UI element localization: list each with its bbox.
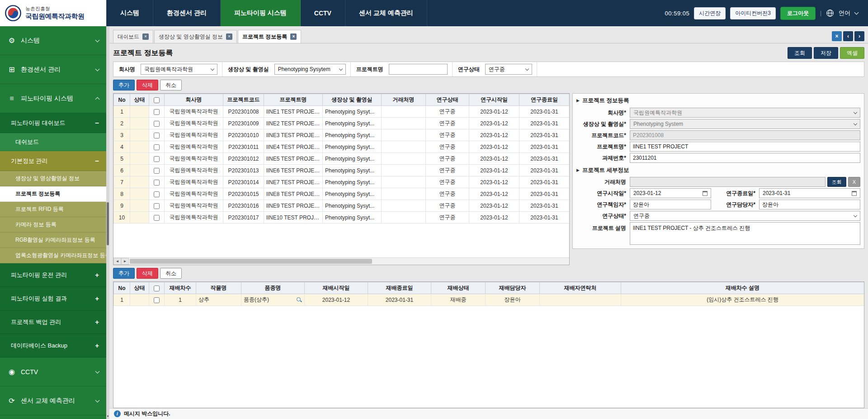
row-checkbox-cell[interactable] [149,153,165,165]
sidebar-item-rgb-camera-coord[interactable]: RGB촬영실 카메라좌표정보 등록 [0,233,106,248]
tab-close-icon[interactable]: × [226,33,232,40]
sidebar-group-basic-info[interactable]: 기본정보 관리 − [0,151,106,171]
sidebar-item-dashboard[interactable]: 대쉬보드 [0,133,106,151]
project-table-row[interactable]: 2국립원예특작과학원P202301009lINE2 TEST PROJECTPh… [114,118,570,129]
logout-button[interactable]: 로그아웃 [780,7,816,20]
menu-cctv[interactable]: CCTV [301,0,345,26]
client-clear-button[interactable]: X [848,177,860,187]
delete-project-button[interactable]: 삭제 [137,80,158,90]
row-checkbox-cell[interactable] [149,106,165,118]
sidebar-scrollbar[interactable]: ▾ [106,26,109,419]
row-checkbox-cell[interactable] [149,294,165,306]
start-date-input[interactable]: 2023-01-12 [630,188,711,198]
sidebar-item-project-registration[interactable]: 프로젝트 정보등록 [0,186,106,202]
task-number-input[interactable]: 23011201 [630,153,860,163]
calendar-icon[interactable] [852,191,857,196]
tab-close-icon[interactable]: × [142,33,149,40]
scroll-left-button[interactable]: ◄ [113,258,121,265]
menu-phenotyping-system[interactable]: 피노타이핑 시스템 [221,0,301,26]
row-checkbox-cell[interactable] [149,118,165,129]
form-company-select[interactable]: 국립원예특작과학원 [630,108,860,118]
project-table-row[interactable]: 9국립원예특작과학원P202301016lINE9 TEST PROJECTPh… [114,200,570,212]
select-all-checkbox[interactable] [154,97,160,103]
sidebar-item-phenotyping-system[interactable]: ≡ 피노타이핑 시스템 [0,84,106,113]
globe-icon[interactable] [826,9,834,17]
project-table-row[interactable]: 7국립원예특작과학원P202301014lINE7 TEST PROJECTPh… [114,176,570,188]
sidebar-item-chlorophyll-camera-coord[interactable]: 엽록소형광촬영실 카메라좌표정보 등록 [0,248,106,263]
sidebar-item-sensor-replacement[interactable]: ⟳ 센서 교체 예측관리 [0,386,106,415]
sidebar-item-camera-info[interactable]: 카메라 정보 등록 [0,217,106,233]
row-checkbox[interactable] [154,156,160,162]
search-button[interactable]: 조회 [788,47,812,59]
culture-table-row[interactable]: 1 1 상추 품종(상추) [114,294,864,306]
row-checkbox-cell[interactable] [149,129,165,141]
row-checkbox-cell[interactable] [149,212,165,224]
tab-close-icon[interactable]: × [290,33,297,40]
prev-tab-button[interactable]: ‹ [843,31,853,41]
add-culture-button[interactable]: 추가 [113,268,135,279]
sidebar-item-system[interactable]: ⚙ 시스템 [0,26,106,55]
row-checkbox-cell[interactable] [149,188,165,200]
project-table-row[interactable]: 4국립원예특작과학원P202301011lINE4 TEST PROJECTPh… [114,141,570,153]
tab-chamber-info[interactable]: 생장상 및 영상촬영실 정보 × [154,30,237,43]
row-checkbox[interactable] [154,133,160,138]
manager-input[interactable]: 장윤아 [759,200,860,210]
next-tab-button[interactable]: › [854,31,864,41]
add-project-button[interactable]: 추가 [113,80,135,90]
cancel-culture-button[interactable]: 취소 [160,268,182,279]
form-chamber-select[interactable]: Phenotyping System [630,119,860,129]
sidebar-item-cctv[interactable]: ◉ CCTV [0,357,106,386]
row-checkbox-cell[interactable] [149,141,165,153]
row-checkbox[interactable] [154,203,160,209]
form-project-name-input[interactable]: lINE1 TEST PROJECT [630,142,860,152]
sidebar-group-experiment-results[interactable]: 피노타이핑 실험 결과 + [0,287,106,310]
project-table-row[interactable]: 5국립원예특작과학원P202301012lINE5 TEST PROJECTPh… [114,153,570,165]
scrollbar-thumb[interactable] [130,259,372,264]
status-filter-select[interactable]: 연구중 [485,64,532,75]
select-all-checkbox[interactable] [154,286,160,291]
project-table-row[interactable]: 3국립원예특작과학원P202301010lINE3 TEST PROJECTPh… [114,129,570,141]
chamber-filter-select[interactable]: Phenotyping Sysytem [274,64,346,75]
menu-sensor-replacement[interactable]: 센서 교체 예측관리 [345,0,427,26]
search-icon[interactable] [296,297,302,303]
end-date-input[interactable]: 2023-01-31 [759,188,860,198]
project-table-row[interactable]: 6국립원예특작과학원P202301013lINE6 TEST PROJECTPh… [114,165,570,176]
cancel-project-button[interactable]: 취소 [160,80,182,90]
chevron-down-icon[interactable] [854,10,859,15]
row-checkbox[interactable] [154,109,160,115]
scrollbar-track[interactable] [129,258,569,265]
client-input[interactable] [630,177,826,187]
row-checkbox[interactable] [154,215,160,221]
delete-culture-button[interactable]: 삭제 [137,268,158,279]
row-checkbox[interactable] [154,180,160,186]
row-checkbox[interactable] [154,121,160,127]
sidebar-item-chamber-info[interactable]: 생장상 및 영상촬영실 정보 [0,171,106,186]
menu-env-sensor[interactable]: 환경센서 관리 [153,0,221,26]
project-table-row[interactable]: 8국립원예특작과학원P202301015lINE8 TEST PROJECTPh… [114,188,570,200]
client-search-button[interactable]: 조회 [827,177,846,187]
sidebar-group-project-backup[interactable]: 프로젝트 백업 관리 + [0,310,106,334]
row-checkbox[interactable] [154,144,160,150]
row-checkbox-cell[interactable] [149,176,165,188]
extend-session-button[interactable]: 시간연장 [694,7,726,19]
sidebar-group-phenotyping-dashboard[interactable]: 피노타이핑 대쉬보드 − [0,113,106,133]
lead-researcher-input[interactable]: 장윤아 [630,200,711,210]
sidebar-group-operation-mgmt[interactable]: 피노타이핑 운전 관리 + [0,263,106,287]
sidebar-item-env-sensor[interactable]: ⊞ 환경센서 관리 [0,55,106,84]
row-checkbox[interactable] [154,297,160,303]
row-checkbox[interactable] [154,168,160,174]
it-converter-button[interactable]: 아이티컨버전3 [730,7,776,19]
close-all-tabs-button[interactable]: × [832,31,842,41]
horizontal-scrollbar[interactable]: ◄ ► [113,257,569,265]
language-label[interactable]: 언어 [839,9,850,17]
excel-button[interactable]: 엑셀 [840,47,864,59]
tab-project-registration[interactable]: 프로젝트 정보등록 × [238,30,301,43]
company-filter-select[interactable]: 국립원예특작과학원 [141,64,217,75]
row-checkbox-cell[interactable] [149,165,165,176]
row-checkbox[interactable] [154,191,160,197]
sidebar-group-database-backup[interactable]: 데이타베이스 Backup + [0,334,106,357]
project-description-textarea[interactable]: lINE1 TEST PROJECT - 상추 건조스트레스 진행 [630,222,860,245]
project-name-input[interactable] [389,64,448,75]
scrollbar-thumb[interactable] [107,202,109,245]
calendar-icon[interactable] [703,191,708,196]
